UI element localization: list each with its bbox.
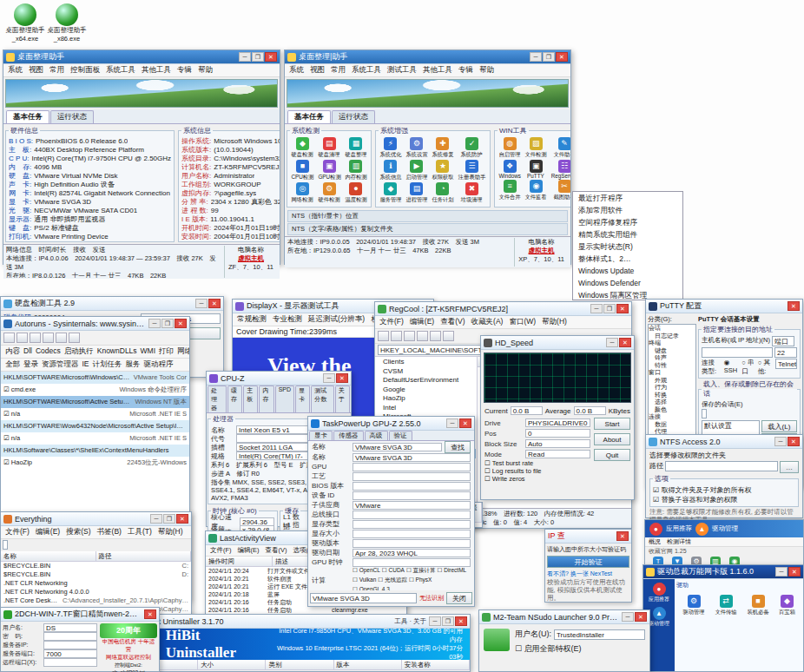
tool-button[interactable]: ▣GPU检测 [317,160,342,181]
titlebar[interactable]: RegCool : [ZT-K5RFMPCV5REJ2] ─❐✕ [375,302,631,316]
menu-item[interactable]: 搜索(S) [66,527,90,537]
titlebar[interactable]: PuTTY 配置 ✕ [646,300,802,313]
minimize-button[interactable]: ─ [195,299,208,308]
file-row[interactable]: .NET CLR Networking 4.0.0.0 [1,588,191,596]
toolbar-delete-icon[interactable] [430,331,441,341]
tool-button[interactable]: ⚡系统优化 [379,137,403,159]
tree-node[interactable]: 特性 [649,362,695,370]
autoruns-row[interactable]: HKLM\SOFTWARE\Wow6432Node\Microsoft\Acti… [1,420,189,432]
context-menu-item[interactable]: Windows Update [573,265,682,277]
menu-item[interactable]: 系统工具 [352,65,381,76]
minimize-button[interactable]: ─ [590,304,603,313]
tool-button[interactable]: ◔任务计划 [431,182,455,204]
gpuz-tab[interactable]: 显卡 [309,431,333,440]
toolbar-up-icon[interactable] [404,331,415,341]
category-tab[interactable]: 打印 [159,346,174,357]
tree-node[interactable]: 行为 [649,384,695,392]
tool-button[interactable]: ▤进程管理 [405,182,429,204]
context-menu-item[interactable]: 最近打开程序 [573,192,682,204]
titlebar[interactable]: IP 查 ✕ [545,530,631,544]
menu-item[interactable]: 系统 [8,65,23,76]
tree-node[interactable]: Google [376,385,476,395]
menu-item[interactable]: 编辑(E) [36,527,60,537]
verify-button[interactable]: 开始验证 [547,556,629,568]
gpu-select-combo[interactable]: VMware SVGA 3D [310,593,417,603]
tool-button[interactable]: ★权限获取 [431,160,455,181]
tree-node[interactable]: 会话 [649,325,695,333]
menu-item[interactable]: 帮助(H) [158,527,183,537]
tree-node[interactable]: 数据 [649,421,695,429]
dock-button[interactable]: ■装机必备 [746,595,770,616]
tool-button[interactable]: ◉文件监看 [524,180,548,201]
pos-value[interactable]: 0 [525,429,590,438]
menu-item[interactable]: 文件(F) [210,546,232,555]
tool-button[interactable]: ❖Windows [498,160,522,179]
menu-item[interactable]: 其他工具 [142,65,171,76]
mode-combo[interactable]: Read [525,450,590,458]
close-button[interactable]: ✕ [176,514,188,524]
tool-button[interactable]: ◍自启管理 [498,137,522,159]
file-row[interactable]: .NET Core Desktop Runtime 3.1 x64 C:\Adv… [1,596,191,605]
tab-basic-tasks[interactable]: 基本任务 [6,110,49,123]
close-button[interactable]: ✕ [635,612,647,622]
titlebar[interactable]: M2-Team NSudo Launcher 9.0 Preview 1 (Bu… [479,610,649,624]
tree-node[interactable]: 颜色 [649,406,695,414]
menu-item[interactable]: 编辑(E) [238,546,260,555]
tool-button[interactable]: ✎文件助手 [550,137,570,159]
menu-item[interactable]: 系统 [289,65,304,76]
tool-button[interactable]: ✚系统修复 [431,137,455,159]
tree-node[interactable]: Intel [376,404,476,413]
titlebar[interactable]: CPU-Z ─✕ [207,372,351,385]
drive-combo[interactable]: PHYSICALDRIVE0 (100.0 GB) [525,418,590,427]
category-tab[interactable]: 资源管理器 [42,359,79,370]
cpuz-tab[interactable]: 内存 [259,385,273,412]
minimize-button[interactable]: ─ [446,418,458,428]
tool-button[interactable]: ◆服务管理 [379,182,403,204]
refresh-captcha-link[interactable]: 看不清? 换一张 NexTest [547,570,629,578]
other-type-combo[interactable]: Telnet [775,359,797,369]
dock-button[interactable]: ◆百宝箱 [778,595,796,616]
maximize-button[interactable]: ❐ [543,52,555,62]
category-tab[interactable]: 内容 [5,346,20,357]
maximize-button[interactable]: ❐ [603,304,616,313]
gpuz-tab[interactable]: 验证 [389,431,412,440]
toolbar-jump-icon[interactable] [69,333,80,343]
menu-item[interactable]: 窗口(W) [509,317,536,327]
browse-button[interactable]: … [780,461,799,473]
tool-button[interactable]: ▶启动管理 [405,160,429,181]
menu-item[interactable]: 常用 [331,65,346,76]
close-button[interactable]: ✕ [459,418,471,428]
tool-button[interactable]: ◆硬盘检测 [290,137,315,159]
replace-permissions-checkbox[interactable]: 替换子容器和对象的权限 [653,495,795,504]
compute-checkbox[interactable]: OpenCL [353,567,380,575]
start-button[interactable]: Start [594,418,630,430]
close-button[interactable]: ✕ [455,616,467,626]
menu-item[interactable]: 帮助 [479,65,494,76]
tool-button[interactable]: ✂截图助手 [550,180,570,201]
enable-all-privileges-checkbox[interactable]: 启用全部特权(E) [515,643,645,655]
autoruns-row[interactable]: ☑ n/a Microsoft .NET IE S [1,408,189,420]
minimize-button[interactable]: ─ [323,373,335,383]
minimize-button[interactable]: ─ [148,319,161,328]
tool-button[interactable]: ☷RegServer [550,160,570,179]
tool-button[interactable]: ⚙硬件检测 [317,182,342,204]
tree-node[interactable]: DefaultUserEnvironment [376,376,476,385]
maximize-button[interactable]: ❐ [252,52,264,62]
autoruns-row[interactable]: HKLM\SOFTWARE\Microsoft\Windows\CurrentV… [1,372,189,384]
minimize-button[interactable]: ─ [429,616,441,626]
tool-button[interactable]: ●温度检测 [344,182,368,204]
close-button[interactable]: ✕ [616,531,629,541]
app-recommend-icon[interactable]: ● [649,523,662,536]
tree-node[interactable]: 选择 [649,399,695,406]
tool-button[interactable]: ▤硬盘清理 [317,137,342,159]
tree-node[interactable]: 连接 [649,413,695,421]
column-header[interactable]: 名称 [1,551,96,561]
toolbar-back-icon[interactable] [378,331,389,341]
tool-button[interactable]: ▨文件检测 [524,137,548,159]
cpuz-tab[interactable]: SPD [275,385,294,412]
minimize-button[interactable]: ─ [774,437,787,446]
minimize-button[interactable]: ─ [150,514,162,524]
menu-item[interactable]: 常用 [49,65,64,76]
titlebar[interactable]: HiBit Uninstaller 3.1.70 工具 · 关于 ─❐✕ [130,615,470,629]
toolbar-search-icon[interactable] [443,331,454,341]
